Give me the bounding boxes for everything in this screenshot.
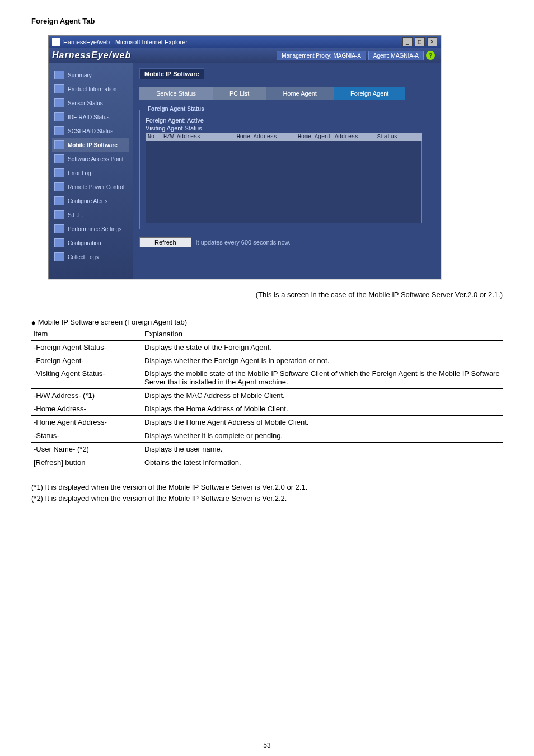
sidebar-item-performance-settings[interactable]: Performance Settings	[52, 222, 129, 236]
sidebar-item-label: Software Access Point	[68, 156, 124, 162]
sidebar-item-label: IDE RAID Status	[68, 114, 109, 120]
sidebar-item-error-log[interactable]: Error Log	[52, 166, 129, 180]
table-row: -Foreign Agent Status-Displays the state…	[31, 341, 503, 354]
agent-badge: Agent: MAGNIA-A	[368, 51, 424, 60]
table-body	[146, 141, 422, 223]
table-row: -Foreign Agent-Displays whether the Fore…	[31, 354, 503, 368]
row-explanation: Displays whether it is complete or pendi…	[142, 429, 503, 443]
sidebar-item-label: Performance Settings	[68, 226, 121, 232]
sidebar-item-sensor-status[interactable]: Sensor Status	[52, 96, 129, 110]
footnote-1: (*1) It is displayed when the version of…	[31, 482, 503, 493]
refresh-button[interactable]: Refresh	[139, 237, 191, 247]
sidebar-item-icon	[54, 168, 64, 177]
minimize-icon[interactable]: _	[402, 37, 413, 46]
ie-icon	[52, 38, 60, 46]
row-explanation: Displays the Home Address of Mobile Clie…	[142, 402, 503, 416]
sidebar-item-ide-raid-status[interactable]: IDE RAID Status	[52, 110, 129, 124]
sidebar-item-remote-power-control[interactable]: Remote Power Control	[52, 180, 129, 194]
footnotes: (*1) It is displayed when the version of…	[31, 482, 503, 504]
col-item: Item	[31, 327, 142, 341]
foreign-agent-row: Foreign Agent: Active	[146, 117, 422, 124]
sidebar-item-product-information[interactable]: Product Information	[52, 82, 129, 96]
sidebar-item-icon	[54, 182, 64, 191]
table-row: -Home Address-Displays the Home Address …	[31, 402, 503, 416]
row-explanation: Displays the Home Agent Address of Mobil…	[142, 416, 503, 429]
sidebar-item-label: S.E.L.	[68, 212, 83, 218]
help-icon[interactable]: ?	[426, 51, 435, 60]
tab-pc-list[interactable]: PC List	[213, 87, 266, 100]
sidebar-item-label: Collect Logs	[68, 254, 99, 260]
sidebar-item-label: Product Information	[68, 86, 116, 92]
sidebar-item-label: Configure Alerts	[68, 198, 107, 204]
maximize-icon[interactable]: □	[415, 37, 425, 46]
sidebar-item-configure-alerts[interactable]: Configure Alerts	[52, 194, 129, 208]
table-row: -Status-Displays whether it is complete …	[31, 429, 503, 443]
close-icon[interactable]: ×	[427, 37, 437, 46]
window-controls[interactable]: _ □ ×	[402, 37, 437, 46]
col-no: No	[148, 134, 163, 140]
sidebar-item-scsi-raid-status[interactable]: SCSI RAID Status	[52, 124, 129, 138]
panel-title: Mobile IP Software	[139, 68, 204, 79]
mgmt-proxy-badge: Management Proxy: MAGNIA-A	[277, 51, 366, 60]
sidebar-item-software-access-point[interactable]: Software Access Point	[52, 152, 129, 166]
footnote-2: (*2) It is displayed when the version of…	[31, 493, 503, 504]
sidebar-item-summary[interactable]: Summary	[52, 68, 129, 82]
group-title: Foreign Agent Status	[144, 106, 208, 112]
tab-foreign-agent[interactable]: Foreign Agent	[334, 87, 406, 100]
col-home-agent-addr: Home Agent Address	[298, 134, 377, 140]
caption: (This is a screen in the case of the Mob…	[31, 290, 503, 299]
table-row: -Home Agent Address-Displays the Home Ag…	[31, 416, 503, 429]
tab-service-status[interactable]: Service Status	[139, 87, 213, 100]
explanation-table-title: ◆ Mobile IP Software screen (Foreign Age…	[31, 318, 503, 326]
sidebar: SummaryProduct InformationSensor StatusI…	[49, 63, 133, 279]
tab-home-agent[interactable]: Home Agent	[266, 87, 334, 100]
row-explanation: Displays whether the Foreign Agent is in…	[142, 354, 503, 368]
sidebar-item-label: Sensor Status	[68, 100, 103, 106]
col-hw: H/W Address	[163, 134, 237, 140]
table-row: -H/W Address- (*1)Displays the MAC Addre…	[31, 389, 503, 402]
tabs: Service Status PC List Home Agent Foreig…	[139, 87, 428, 100]
explanation-table: Item Explanation -Foreign Agent Status-D…	[31, 327, 503, 469]
main-panel: Mobile IP Software Service Status PC Lis…	[133, 63, 441, 279]
row-item: -Home Agent Address-	[31, 416, 142, 429]
table-row: [Refresh] buttonObtains the latest infor…	[31, 456, 503, 469]
page-heading: Foreign Agent Tab	[31, 17, 503, 25]
row-item: -Status-	[31, 429, 142, 443]
table-row: -User Name- (*2)Displays the user name.	[31, 443, 503, 456]
row-item: -Visiting Agent Status-	[31, 367, 142, 389]
window-titlebar: HarnessEye/web - Microsoft Internet Expl…	[49, 36, 441, 48]
sidebar-item-label: Mobile IP Software	[68, 142, 118, 148]
sidebar-item-icon	[54, 98, 64, 107]
col-status: Status	[377, 134, 420, 140]
sidebar-item-icon	[54, 126, 64, 135]
sidebar-item-icon	[54, 71, 64, 79]
row-item: -H/W Address- (*1)	[31, 389, 142, 402]
sidebar-item-label: Summary	[68, 72, 92, 78]
sidebar-item-icon	[54, 252, 64, 261]
sidebar-item-icon	[54, 154, 64, 163]
sidebar-item-icon	[54, 84, 64, 93]
sidebar-item-mobile-ip-software[interactable]: Mobile IP Software	[52, 138, 129, 152]
window-title: HarnessEye/web - Microsoft Internet Expl…	[63, 39, 188, 45]
sidebar-item-label: Error Log	[68, 170, 91, 176]
row-item: -Foreign Agent-	[31, 354, 142, 368]
visiting-agent-row: Visiting Agent Status	[146, 125, 422, 132]
sidebar-item-collect-logs[interactable]: Collect Logs	[52, 250, 129, 264]
row-item: -Home Address-	[31, 402, 142, 416]
row-explanation: Displays the mobile state of the Mobile …	[142, 367, 503, 389]
sidebar-item-configuration[interactable]: Configuration	[52, 236, 129, 250]
sidebar-item-icon	[54, 140, 64, 149]
refresh-note: It updates every 600 seconds now.	[196, 239, 291, 246]
row-explanation: Obtains the latest information.	[142, 456, 503, 469]
sidebar-item-icon	[54, 112, 64, 121]
row-item: [Refresh] button	[31, 456, 142, 469]
row-explanation: Displays the MAC Address of Mobile Clien…	[142, 389, 503, 402]
foreign-agent-status-group: Foreign Agent Status Foreign Agent: Acti…	[139, 110, 428, 229]
sidebar-item-icon	[54, 224, 64, 233]
row-explanation: Displays the user name.	[142, 443, 503, 456]
sidebar-item-s-e-l-[interactable]: S.E.L.	[52, 208, 129, 222]
col-explanation: Explanation	[142, 327, 503, 341]
screenshot-window: HarnessEye/web - Microsoft Internet Expl…	[48, 35, 441, 279]
brand-logo: HarnessEye/web	[52, 50, 131, 60]
row-item: -User Name- (*2)	[31, 443, 142, 456]
